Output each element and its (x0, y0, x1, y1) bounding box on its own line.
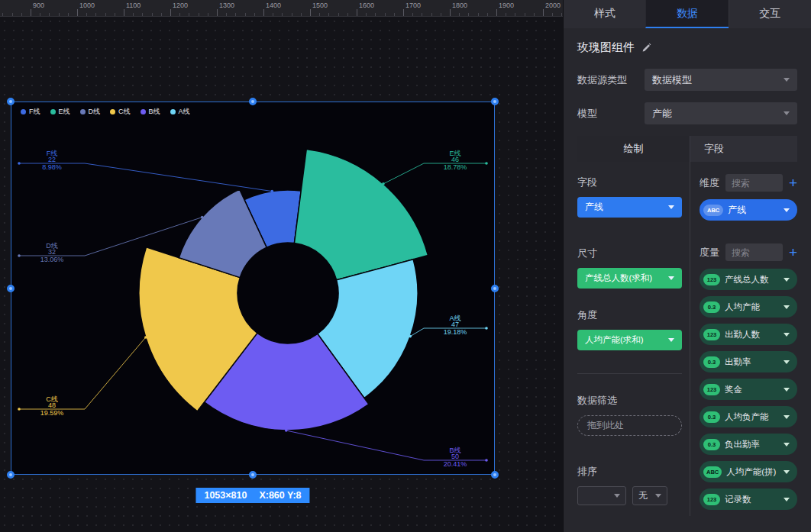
edit-pencil-icon[interactable] (641, 43, 651, 53)
field-type-badge: 123 (703, 384, 720, 395)
legend-item[interactable]: A线 (170, 107, 190, 117)
ruler-minor-tick (115, 13, 115, 16)
measure-field-pill[interactable]: 0.3负出勤率 (700, 434, 797, 455)
dimension-field-pill[interactable]: ABC产线 (700, 199, 797, 221)
ruler-minor-tick (459, 13, 460, 16)
resize-handle-top[interactable] (249, 98, 257, 105)
chevron-down-icon[interactable] (784, 388, 790, 392)
rose-chart-component[interactable]: F线E线D线C线B线A线 F线228.98%E线4618.78%A线4719.1… (11, 102, 495, 475)
measure-field-pill[interactable]: ABC人均产能(拼) (700, 461, 797, 482)
ruler-major-tick (310, 9, 311, 16)
measure-field-pill[interactable]: 0.3人均负产能 (700, 406, 797, 427)
legend-label: D线 (89, 107, 101, 117)
chevron-down-icon[interactable] (784, 498, 790, 501)
measure-field-pill[interactable]: 0.3出勤率 (700, 351, 797, 372)
ruler-minor-tick (86, 13, 87, 16)
dimension-field-name: 产线 (728, 204, 779, 217)
resize-handle-bottom-right[interactable] (491, 471, 499, 479)
add-measure-button[interactable]: + (789, 245, 797, 260)
tab-style[interactable]: 样式 (564, 0, 645, 28)
model-value: 产能 (652, 107, 672, 121)
ruler-minor-tick (161, 13, 162, 16)
resize-handle-top-right[interactable] (491, 98, 499, 105)
measure-field-name: 产线总人数 (725, 274, 779, 285)
tab-data[interactable]: 数据 (645, 0, 728, 28)
ruler-minor-tick (152, 13, 153, 16)
resize-handle-bottom[interactable] (249, 471, 257, 479)
field-type-badge: 123 (703, 494, 720, 505)
ruler-minor-tick (431, 13, 432, 16)
ruler-major-tick (31, 9, 31, 16)
ruler-label: 1400 (266, 2, 281, 9)
chart-label-text: 22 (48, 156, 56, 163)
angle-pill[interactable]: 人均产能(求和) (577, 330, 682, 350)
model-select[interactable]: 产能 (645, 102, 797, 124)
ruler-major-tick (217, 9, 218, 16)
component-position: X:860 Y:8 (259, 490, 301, 501)
chevron-down-icon[interactable] (784, 305, 790, 309)
measure-field-name: 记录数 (725, 494, 779, 505)
chevron-down-icon[interactable] (784, 208, 790, 212)
resize-handle-right[interactable] (491, 285, 499, 292)
chevron-down-icon (784, 111, 790, 115)
ruler-minor-tick (412, 13, 413, 16)
dimension-search-input[interactable] (725, 174, 783, 192)
size-pill[interactable]: 产线总人数(求和) (577, 268, 682, 289)
data-filter-placeholder: 拖到此处 (587, 419, 624, 432)
legend-item[interactable]: C线 (110, 107, 131, 117)
measure-field-pill[interactable]: 0.3人均产能 (700, 296, 797, 318)
fields-column: 维度 + ABC产线 度量 + 123产线总人数0.3人均产能123出勤人数0.… (690, 162, 797, 516)
leader-dot (285, 429, 288, 432)
chevron-down-icon[interactable] (784, 470, 790, 474)
chevron-down-icon[interactable] (668, 338, 674, 342)
resize-handle-top-left[interactable] (7, 98, 15, 105)
ruler-label: 1000 (79, 2, 95, 9)
ruler-major-tick (124, 9, 124, 16)
subtab-fields[interactable]: 字段 (690, 136, 797, 162)
tab-interaction[interactable]: 交互 (729, 0, 811, 28)
add-dimension-button[interactable]: + (789, 176, 797, 190)
sort-order-value: 无 (638, 489, 648, 502)
section-divider (577, 373, 682, 374)
measure-field-pill[interactable]: 123产线总人数 (700, 269, 797, 290)
ruler-minor-tick (375, 13, 376, 16)
sort-field-select[interactable] (577, 486, 626, 505)
subtab-draw[interactable]: 绘制 (577, 136, 690, 162)
legend-item[interactable]: D线 (80, 107, 101, 117)
field-type-badge: ABC (703, 205, 723, 216)
design-canvas[interactable]: F线E线D线C线B线A线 F线228.98%E线4618.78%A线4719.1… (0, 17, 563, 532)
chevron-down-icon[interactable] (668, 276, 674, 280)
datasource-type-select[interactable]: 数据模型 (645, 69, 797, 91)
legend-item[interactable]: E线 (50, 107, 70, 117)
component-size: 1053×810 (204, 490, 247, 501)
ruler-minor-tick (319, 13, 320, 16)
legend-item[interactable]: F线 (21, 107, 40, 117)
sort-order-select[interactable]: 无 (632, 486, 667, 505)
chevron-down-icon[interactable] (784, 415, 790, 419)
ruler-minor-tick (133, 13, 134, 16)
measure-search-input[interactable] (725, 243, 783, 261)
measure-field-pill[interactable]: 123记录数 (700, 488, 797, 510)
ruler-minor-tick (21, 13, 22, 16)
resize-handle-left[interactable] (7, 285, 15, 292)
field-pill[interactable]: 产线 (577, 197, 682, 218)
leader-dot (144, 336, 147, 339)
measure-field-pill[interactable]: 123出勤人数 (700, 324, 797, 345)
leader-dot (270, 190, 273, 193)
chevron-down-icon[interactable] (668, 205, 674, 209)
model-label: 模型 (577, 107, 645, 121)
chevron-down-icon[interactable] (784, 360, 790, 364)
leader-dot (18, 408, 21, 411)
measure-field-pill[interactable]: 123奖金 (700, 379, 797, 400)
legend-item[interactable]: B线 (141, 107, 160, 117)
chevron-down-icon[interactable] (784, 443, 790, 447)
chevron-down-icon[interactable] (784, 333, 790, 337)
ruler-minor-tick (525, 13, 525, 16)
ruler-major-tick (357, 9, 357, 16)
data-filter-dropzone[interactable]: 拖到此处 (577, 415, 682, 436)
resize-handle-bottom-left[interactable] (7, 471, 15, 479)
chevron-down-icon[interactable] (784, 278, 790, 282)
ruler-label: 1100 (126, 2, 141, 9)
ruler-minor-tick (441, 13, 441, 16)
horizontal-ruler: 9001000110012001300140015001600170018001… (0, 0, 563, 17)
